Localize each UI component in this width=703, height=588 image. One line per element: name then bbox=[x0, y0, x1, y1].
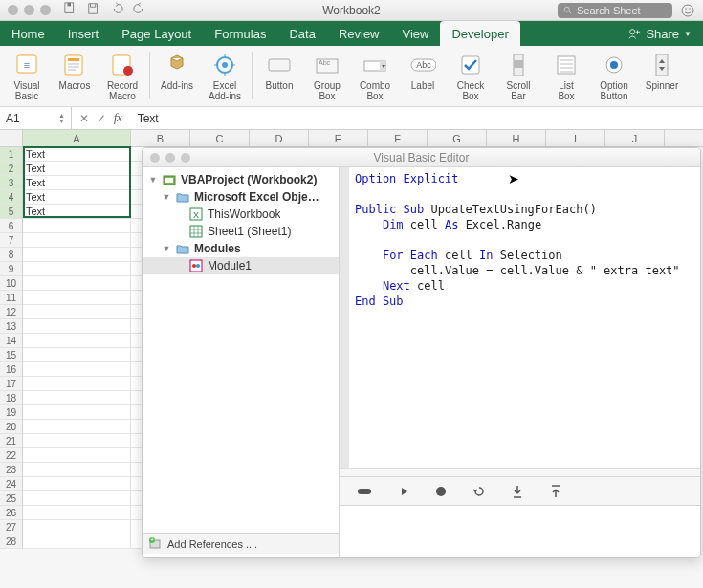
addins-button[interactable]: Add-ins bbox=[156, 50, 198, 103]
vbe-titlebar[interactable]: Visual Basic Editor bbox=[143, 148, 700, 167]
name-box[interactable]: A1 ▲▼ bbox=[0, 107, 72, 129]
add-references-button[interactable]: + Add References .... bbox=[143, 533, 339, 554]
column-header-C[interactable]: C bbox=[190, 130, 250, 146]
fx-icon[interactable]: fx bbox=[114, 111, 122, 125]
row-header[interactable]: 10 bbox=[0, 276, 23, 291]
cell-A5[interactable]: Text bbox=[23, 205, 131, 219]
modules-folder[interactable]: ▼ Modules bbox=[143, 240, 339, 257]
cell-A4[interactable]: Text bbox=[23, 190, 131, 205]
undo-icon[interactable] bbox=[110, 2, 123, 18]
step-in-icon[interactable] bbox=[510, 484, 525, 499]
formula-content[interactable]: Text bbox=[130, 112, 159, 125]
group-box-button[interactable]: Abc GroupBox bbox=[306, 50, 348, 103]
sheet1-node[interactable]: Sheet1 (Sheet1) bbox=[143, 223, 339, 240]
row-header[interactable]: 22 bbox=[0, 448, 23, 463]
column-header-F[interactable]: F bbox=[368, 130, 428, 146]
cell-A7[interactable] bbox=[23, 233, 131, 248]
cell-A15[interactable] bbox=[23, 348, 131, 362]
row-header[interactable]: 15 bbox=[0, 348, 23, 362]
tab-page-layout[interactable]: Page Layout bbox=[110, 21, 203, 46]
macros-button[interactable]: Macros bbox=[54, 50, 96, 103]
row-header[interactable]: 14 bbox=[0, 334, 23, 348]
row-header[interactable]: 16 bbox=[0, 362, 23, 377]
share-button[interactable]: Share ▼ bbox=[616, 21, 703, 46]
cell-A27[interactable] bbox=[23, 520, 131, 534]
cell-A25[interactable] bbox=[23, 491, 131, 506]
cell-A14[interactable] bbox=[23, 334, 131, 348]
cell-A24[interactable] bbox=[23, 477, 131, 491]
feedback-icon[interactable] bbox=[680, 3, 695, 18]
tab-review[interactable]: Review bbox=[327, 21, 391, 46]
search-input[interactable]: Search Sheet bbox=[558, 3, 672, 18]
cell-A23[interactable] bbox=[23, 463, 131, 477]
row-header[interactable]: 23 bbox=[0, 463, 23, 477]
row-header[interactable]: 17 bbox=[0, 377, 23, 391]
module1-node[interactable]: Module1 bbox=[143, 257, 339, 274]
cell-A6[interactable] bbox=[23, 219, 131, 233]
cell-A16[interactable] bbox=[23, 362, 131, 377]
zoom-icon[interactable] bbox=[40, 5, 51, 15]
tab-insert[interactable]: Insert bbox=[56, 21, 111, 46]
tab-view[interactable]: View bbox=[391, 21, 441, 46]
row-header[interactable]: 24 bbox=[0, 477, 23, 491]
save-icon[interactable] bbox=[64, 2, 77, 18]
vbe-window[interactable]: Visual Basic Editor ▼ VBAProject (Workbo… bbox=[142, 147, 701, 558]
column-header-D[interactable]: D bbox=[250, 130, 309, 146]
row-header[interactable]: 13 bbox=[0, 319, 23, 334]
vbe-immediate-pane[interactable] bbox=[340, 505, 700, 557]
spinner-button[interactable]: Spinner bbox=[641, 50, 683, 103]
cancel-formula-icon[interactable]: ✕ bbox=[79, 112, 89, 125]
cell-A28[interactable] bbox=[23, 534, 131, 549]
row-header[interactable]: 27 bbox=[0, 520, 23, 534]
row-header[interactable]: 11 bbox=[0, 291, 23, 305]
row-header[interactable]: 7 bbox=[0, 233, 23, 248]
row-header[interactable]: 8 bbox=[0, 248, 23, 262]
row-header[interactable]: 21 bbox=[0, 434, 23, 448]
record-macro-button[interactable]: RecordMacro bbox=[101, 50, 143, 103]
cell-A17[interactable] bbox=[23, 377, 131, 391]
cell-A9[interactable] bbox=[23, 262, 131, 276]
project-explorer[interactable]: ▼ VBAProject (Workbook2) ▼ Microsoft Exc… bbox=[143, 167, 340, 557]
row-header[interactable]: 19 bbox=[0, 405, 23, 420]
row-header[interactable]: 9 bbox=[0, 262, 23, 276]
tab-developer[interactable]: Developer bbox=[440, 21, 519, 46]
column-header-I[interactable]: I bbox=[546, 130, 605, 146]
check-box-button[interactable]: CheckBox bbox=[450, 50, 492, 103]
save-alt-icon[interactable] bbox=[87, 2, 100, 18]
close-icon[interactable] bbox=[8, 5, 18, 15]
row-header[interactable]: 25 bbox=[0, 491, 23, 506]
name-box-stepper[interactable]: ▲▼ bbox=[58, 113, 65, 124]
redo-icon[interactable] bbox=[133, 2, 146, 18]
row-header[interactable]: 26 bbox=[0, 506, 23, 520]
cell-A12[interactable] bbox=[23, 305, 131, 319]
minimize-icon[interactable] bbox=[24, 5, 34, 15]
row-header[interactable]: 4 bbox=[0, 190, 23, 205]
option-button-button[interactable]: OptionButton bbox=[593, 50, 635, 103]
cell-A3[interactable]: Text bbox=[23, 176, 131, 190]
run-icon[interactable] bbox=[395, 484, 410, 499]
stop-icon[interactable] bbox=[433, 484, 449, 499]
excel-addins-button[interactable]: ExcelAdd-ins bbox=[204, 50, 246, 103]
column-header-J[interactable]: J bbox=[605, 130, 665, 146]
code-editor[interactable]: Option Explicit Public Sub UpdateTextUsi… bbox=[340, 167, 700, 468]
column-header-E[interactable]: E bbox=[309, 130, 368, 146]
column-header-G[interactable]: G bbox=[428, 130, 487, 146]
cell-A26[interactable] bbox=[23, 506, 131, 520]
tab-formulas[interactable]: Formulas bbox=[203, 21, 277, 46]
reset-icon[interactable] bbox=[472, 484, 487, 499]
cell-A22[interactable] bbox=[23, 448, 131, 463]
cell-A2[interactable]: Text bbox=[23, 162, 131, 176]
select-all-corner[interactable] bbox=[0, 130, 23, 146]
cell-A18[interactable] bbox=[23, 391, 131, 405]
combo-box-button[interactable]: ComboBox bbox=[354, 50, 396, 103]
visual-basic-button[interactable]: ≡ VisualBasic bbox=[6, 50, 48, 103]
row-header[interactable]: 6 bbox=[0, 219, 23, 233]
row-header[interactable]: 18 bbox=[0, 391, 23, 405]
cell-A20[interactable] bbox=[23, 420, 131, 434]
scroll-bar-button[interactable]: ScrollBar bbox=[497, 50, 539, 103]
cell-A13[interactable] bbox=[23, 319, 131, 334]
row-header[interactable]: 12 bbox=[0, 305, 23, 319]
cell-A1[interactable]: Text bbox=[23, 147, 131, 162]
column-header-A[interactable]: A bbox=[23, 130, 131, 146]
column-header-B[interactable]: B bbox=[131, 130, 190, 146]
